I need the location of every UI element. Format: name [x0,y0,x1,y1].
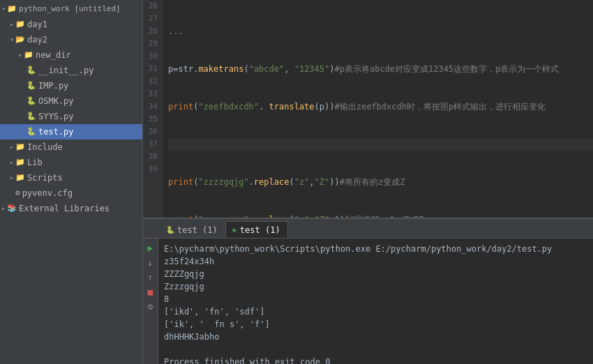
sidebar-item-osmk-py[interactable]: 🐍 OSMK.py [0,93,142,109]
sidebar-item-label: Scripts [27,172,63,184]
sidebar-item-root[interactable]: 📁 python_work [untitled] [0,1,142,17]
main-area: 📁 python_work [untitled] 📁 day1 📂 day2 📁… [0,0,593,364]
sidebar-item-label: python_work [untitled] [19,3,121,15]
sidebar-item-imp-py[interactable]: 🐍 IMP.py [0,78,142,93]
up-arrow-icon[interactable]: ↑ [148,272,153,282]
tab-label: test (1) [177,225,218,235]
terminal-line-5: ['ik', ' fn s', 'f'] [164,318,587,331]
sidebar-item-label: day1 [27,18,47,31]
settings-icon[interactable]: ⚙ [148,301,153,312]
code-content[interactable]: ... p=str.maketrans("abcde", "12345")#p表… [163,0,593,218]
terminal-line-3: 8 [164,293,587,305]
terminal-line-8: Process finished with exit code 0 [164,356,587,364]
arrow-icon [1,202,6,215]
arrow-icon [10,141,14,153]
terminal-content[interactable]: E:\pycharm\python_work\Scripts\python.ex… [158,238,593,364]
sidebar-item-label: pyvenv.cfg [22,187,73,199]
sidebar-item-label: __init__.py [38,64,93,77]
sidebar-item-label: OSMK.py [38,95,74,107]
terminal-line-1: ZZZZgqjg [164,268,587,280]
tab-test-1-first[interactable]: 🐍 test (1) [158,221,225,238]
sidebar-item-test-py[interactable]: 🐍 test.py [0,124,142,139]
sidebar-item-label: new_dir [36,49,71,61]
sidebar-item-syys-py[interactable]: 🐍 SYYS.py [0,109,142,124]
code-line-30: print("zzzzgqjg".replace("z","Z"))#将所有的z… [168,176,593,188]
terminal-line-2: Zzzzgqjg [164,280,587,293]
down-arrow-icon[interactable]: ↓ [148,257,153,268]
code-line-26: ... [168,25,593,38]
run-icons-panel: ▶ ↓ ↑ ■ ⚙ [143,238,158,364]
bottom-panel: 🐍 test (1) ▶ test (1) ▶ ↓ ↑ ■ ⚙ [143,218,593,364]
sidebar-item-label: test.py [38,126,74,138]
sidebar-item-label: SYYS.py [38,110,74,123]
terminal-line-4: ['ikd', 'fn', 'sdf'] [164,305,587,318]
arrow-icon [18,49,22,61]
run-button[interactable]: ▶ [148,243,153,253]
stop-icon[interactable]: ■ [148,287,153,297]
editor-area: 26 27 28 29 30 31 32 33 34 35 36 37 38 3… [143,0,593,364]
tab-test-1-active[interactable]: ▶ test (1) [225,221,288,238]
code-line-27: p=str.maketrans("abcde", "12345")#p表示将ab… [168,63,593,75]
sidebar-item-label: Include [27,141,63,153]
sidebar-item-label: day2 [27,33,47,46]
arrow-icon [10,18,14,31]
sidebar: 📁 python_work [untitled] 📁 day1 📂 day2 📁… [0,0,143,364]
code-line-29 [168,138,593,151]
terminal-command: E:\pycharm\python_work\Scripts\python.ex… [164,243,587,255]
run-icon: ▶ [233,226,237,234]
line-numbers: 26 27 28 29 30 31 32 33 34 35 36 37 38 3… [143,0,163,218]
code-line-28: print("zeefbdxcdh". translate(p))#输出zeef… [168,100,593,113]
terminal-line-6: dhHHHKJabho [164,331,587,343]
sidebar-item-day2[interactable]: 📂 day2 [0,32,142,47]
tab-label: test (1) [240,225,280,235]
sidebar-item-new_dir[interactable]: 📁 new_dir [0,47,142,63]
sidebar-item-pyvenv[interactable]: ⚙ pyvenv.cfg [0,185,142,201]
tab-bar: 🐍 test (1) ▶ test (1) [143,219,593,238]
sidebar-item-label: External Libraries [19,202,110,215]
arrow-icon [10,172,14,184]
arrow-icon [10,33,14,46]
sidebar-item-scripts[interactable]: 📁 Scripts [0,170,142,185]
arrow-icon [10,156,14,169]
py-icon: 🐍 [166,226,174,234]
terminal-line-7 [164,343,587,356]
sidebar-item-label: Lib [27,156,43,169]
sidebar-item-include[interactable]: 📁 Include [0,139,142,155]
code-editor: 26 27 28 29 30 31 32 33 34 35 36 37 38 3… [143,0,593,218]
arrow-icon [1,3,6,15]
sidebar-item-label: IMP.py [38,79,68,92]
sidebar-item-extlibs[interactable]: 📚 External Libraries [0,201,142,216]
sidebar-item-init-py[interactable]: 🐍 __init__.py [0,63,142,78]
sidebar-item-day1[interactable]: 📁 day1 [0,17,142,32]
terminal-line-0: z35f24x34h [164,255,587,268]
sidebar-item-lib[interactable]: 📁 Lib [0,155,142,170]
